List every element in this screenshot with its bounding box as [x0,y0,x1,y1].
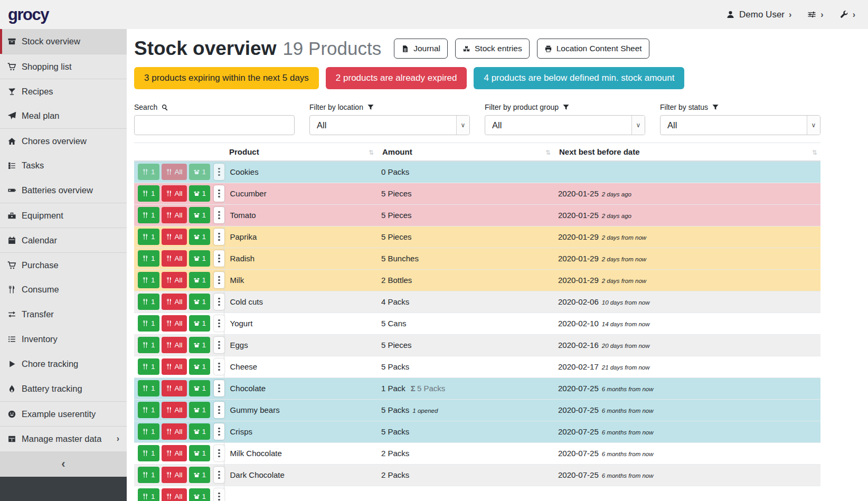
row-menu-button[interactable] [214,380,224,396]
sidebar-item-tasks[interactable]: Tasks [0,153,127,178]
open-one-button[interactable]: 1 [189,488,211,501]
row-menu-button[interactable] [214,164,224,180]
consume-one-button[interactable]: 1 [138,358,159,375]
consume-one-button[interactable]: 1 [138,445,159,461]
sidebar-item-meal-plan[interactable]: Meal plan [0,103,127,128]
open-one-button[interactable]: 1 [189,272,211,288]
consume-all-button[interactable]: All [162,294,187,310]
row-menu-button[interactable] [214,294,224,310]
open-one-button[interactable]: 1 [189,380,211,396]
sidebar-item-calendar[interactable]: Calendar [0,228,127,252]
open-one-button[interactable]: 1 [189,358,211,375]
row-menu-button[interactable] [214,272,224,288]
consume-all-button[interactable]: All [162,315,187,332]
open-one-button[interactable]: 1 [189,250,211,267]
open-one-button[interactable]: 1 [189,445,211,461]
consume-one-button[interactable]: 1 [138,467,159,483]
consume-one-button[interactable]: 1 [138,315,159,332]
consume-all-button[interactable]: All [162,272,187,288]
sidebar-item-inventory[interactable]: Inventory [0,327,127,352]
row-menu-button[interactable] [214,423,224,440]
filter-by-product-group-select[interactable]: All∨ [485,115,645,135]
user-menu[interactable]: Demo User › [726,10,791,20]
consume-all-button[interactable]: All [162,207,187,223]
row-menu-button[interactable] [214,250,224,267]
sidebar-item-example-userentity[interactable]: Example userentity [0,401,127,426]
sidebar-item-chores-overview[interactable]: Chores overview [0,128,127,153]
row-menu-button[interactable] [214,445,224,461]
consume-one-button[interactable]: 1 [138,207,159,223]
consume-one-button[interactable]: 1 [138,402,159,418]
stock-entries-button[interactable]: Stock entries [455,39,530,59]
consume-all-button[interactable]: All [162,229,187,245]
utensils-icon [142,190,149,197]
sort-icon: ⇅ [369,149,374,156]
app-logo[interactable]: grocy [8,5,49,24]
consume-one-button[interactable]: 1 [138,272,159,288]
consume-one-button[interactable]: 1 [138,250,159,267]
consume-all-button[interactable]: All [162,164,187,180]
open-one-button[interactable]: 1 [189,185,211,202]
row-menu-button[interactable] [214,315,224,332]
consume-all-button[interactable]: All [162,358,187,375]
consume-one-button[interactable]: 1 [138,423,159,440]
consume-all-button[interactable]: All [162,337,187,353]
consume-all-button[interactable]: All [162,445,187,461]
open-one-button[interactable]: 1 [189,229,211,245]
consume-all-button[interactable]: All [162,488,187,501]
amount-column-header[interactable]: Amount ⇅ [377,143,554,162]
open-one-button[interactable]: 1 [189,467,211,483]
sidebar-item-shopping-list[interactable]: Shopping list [0,54,127,79]
sidebar-item-battery-tracking[interactable]: Battery tracking [0,376,127,401]
consume-all-button[interactable]: All [162,185,187,202]
sidebar-collapse-button[interactable]: ‹ [0,451,127,477]
sidebar-item-purchase[interactable]: Purchase [0,252,127,277]
consume-one-button[interactable]: 1 [138,229,159,245]
open-one-button[interactable]: 1 [189,294,211,310]
admin-menu[interactable]: › [839,10,855,20]
settings-menu[interactable]: › [807,10,823,20]
sidebar-item-chore-tracking[interactable]: Chore tracking [0,352,127,376]
row-menu-button[interactable] [214,337,224,353]
row-menu-button[interactable] [214,358,224,375]
consume-one-button[interactable]: 1 [138,488,159,501]
row-actions: 1All1 [134,204,224,226]
row-menu-button[interactable] [214,488,224,501]
sidebar-item-consume[interactable]: Consume [0,277,127,302]
product-column-header[interactable]: Product ⇅ [224,143,377,162]
sidebar-item-transfer[interactable]: Transfer [0,302,127,327]
row-menu-button[interactable] [214,402,224,418]
open-one-button[interactable]: 1 [189,164,211,180]
consume-one-button[interactable]: 1 [138,164,159,180]
sidebar-item-batteries-overview[interactable]: Batteries overview [0,178,127,203]
row-menu-button[interactable] [214,185,224,202]
consume-all-button[interactable]: All [162,250,187,267]
consume-all-button[interactable]: All [162,380,187,396]
consume-one-button[interactable]: 1 [138,185,159,202]
row-menu-button[interactable] [214,229,224,245]
sidebar-item-stock-overview[interactable]: Stock overview [0,29,127,54]
sidebar-item-equipment[interactable]: Equipment [0,203,127,228]
open-one-button[interactable]: 1 [189,423,211,440]
consume-one-button[interactable]: 1 [138,380,159,396]
consume-one-button[interactable]: 1 [138,294,159,310]
sidebar-item-manage-master-data[interactable]: Manage master data› [0,426,127,451]
consume-one-button[interactable]: 1 [138,337,159,353]
row-menu-button[interactable] [214,467,224,483]
bbd-column-header[interactable]: Next best before date ⇅ [554,143,820,162]
journal-button[interactable]: Journal [394,39,448,59]
consume-all-button[interactable]: All [162,423,187,440]
row-menu-button[interactable] [214,207,224,223]
consume-all-button[interactable]: All [162,467,187,483]
consume-all-button[interactable]: All [162,402,187,418]
filter-by-location-select[interactable]: All∨ [309,115,470,135]
filter-by-status-select[interactable]: All∨ [660,115,820,135]
open-one-button[interactable]: 1 [189,402,211,418]
search-input[interactable] [134,115,295,135]
sidebar-item-recipes[interactable]: Recipes [0,79,127,103]
utensils-icon [7,285,16,294]
open-one-button[interactable]: 1 [189,207,211,223]
open-one-button[interactable]: 1 [189,315,211,332]
open-one-button[interactable]: 1 [189,337,211,353]
location-content-sheet-button[interactable]: Location Content Sheet [537,39,649,59]
